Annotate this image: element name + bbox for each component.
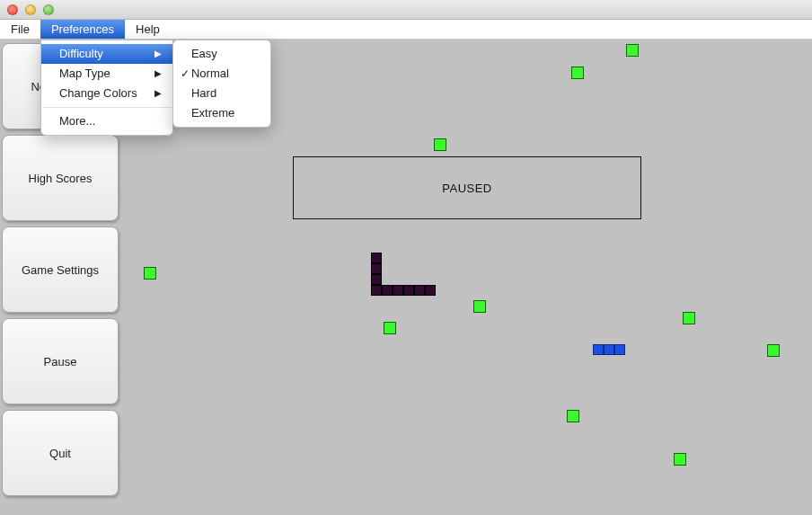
food-pellet (626, 44, 639, 57)
difficulty-submenu: Easy ✓Normal Hard Extreme (172, 40, 271, 128)
chevron-right-icon: ▶ (154, 46, 162, 62)
chevron-right-icon: ▶ (154, 85, 162, 102)
quit-button[interactable]: Quit (2, 410, 119, 496)
difficulty-easy[interactable]: Easy (173, 44, 270, 64)
paused-overlay: PAUSED (293, 156, 641, 219)
food-pellet (683, 312, 695, 324)
snake-segment (371, 274, 382, 285)
difficulty-hard[interactable]: Hard (173, 84, 270, 103)
food-pellet (767, 344, 780, 357)
food-pellet (434, 138, 446, 151)
player-segment (593, 344, 604, 355)
check-icon: ✓ (179, 66, 191, 82)
chevron-right-icon: ▶ (154, 66, 162, 82)
pause-button[interactable]: Pause (2, 318, 119, 404)
paused-label: PAUSED (442, 182, 492, 195)
food-pellet (384, 322, 396, 334)
player-segment (604, 344, 614, 355)
snake-segment (414, 285, 425, 296)
minimize-icon[interactable] (25, 4, 36, 15)
player-segment (614, 344, 625, 355)
difficulty-extreme[interactable]: Extreme (173, 103, 270, 123)
snake-segment (382, 285, 393, 296)
food-pellet (567, 410, 579, 422)
menu-separator (42, 107, 172, 108)
snake-segment (371, 253, 382, 263)
menu-file[interactable]: File (0, 20, 40, 39)
menu-difficulty[interactable]: Difficulty ▶ Easy ✓Normal Hard Extreme (41, 44, 172, 64)
menu-change-colors[interactable]: Change Colors ▶ (41, 84, 172, 103)
menu-preferences[interactable]: Preferences Difficulty ▶ Easy ✓Normal Ha… (40, 20, 125, 39)
snake-segment (425, 285, 436, 296)
zoom-icon[interactable] (43, 4, 54, 15)
food-pellet (571, 67, 584, 79)
game-settings-button[interactable]: Game Settings (2, 226, 119, 313)
menubar: File Preferences Difficulty ▶ Easy ✓Norm… (0, 20, 812, 40)
snake-segment (371, 263, 382, 274)
snake-segment (403, 285, 414, 296)
food-pellet (674, 453, 686, 466)
food-pellet (473, 300, 486, 313)
window-titlebar (0, 0, 812, 20)
high-scores-button[interactable]: High Scores (2, 135, 119, 221)
snake-segment (393, 285, 403, 296)
menu-map-type[interactable]: Map Type ▶ (41, 64, 172, 84)
menu-help[interactable]: Help (125, 20, 171, 39)
menu-more[interactable]: More... (41, 111, 172, 131)
preferences-dropdown: Difficulty ▶ Easy ✓Normal Hard Extreme M… (40, 40, 173, 136)
close-icon[interactable] (7, 4, 18, 15)
difficulty-normal[interactable]: ✓Normal (173, 64, 270, 84)
snake-segment (371, 285, 382, 296)
food-pellet (144, 267, 156, 280)
